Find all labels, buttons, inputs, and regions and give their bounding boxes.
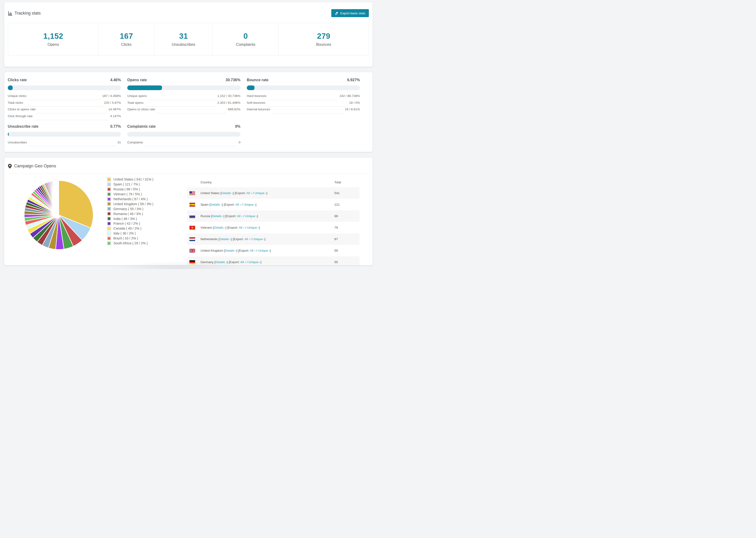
legend-swatch bbox=[107, 241, 111, 245]
legend-label: Germany ( 55 / 3% ) bbox=[113, 207, 143, 211]
rate-progress-fill bbox=[127, 85, 162, 90]
rate-section-bounce-rate: Bounce rate6.927%Hard bounces242 / 86.73… bbox=[247, 78, 360, 121]
flag-gb-icon bbox=[189, 249, 195, 252]
legend-item: India ( 46 / 3% ) bbox=[107, 216, 153, 221]
dotted-leader bbox=[28, 100, 101, 100]
geo-table: Country Total United States [Details ›] … bbox=[187, 177, 359, 265]
legend-swatch bbox=[107, 222, 111, 226]
geo-legend: United States ( 541 / 31% )Spain ( 121 /… bbox=[107, 177, 153, 245]
export-button-label: Export basic stats bbox=[340, 12, 365, 15]
geo-table-row: Spain [Details ›] [Export: All › / Uniqu… bbox=[187, 199, 359, 210]
rate-title: Bounce rate bbox=[247, 78, 268, 82]
rate-row-label: Click through rate bbox=[8, 114, 33, 118]
details-link[interactable]: Details › bbox=[225, 249, 237, 252]
stat-label: Opens bbox=[48, 42, 59, 47]
tracking-stats-title-wrap: Tracking stats bbox=[8, 11, 41, 16]
legend-swatch bbox=[107, 207, 111, 211]
bracket: ] bbox=[264, 237, 265, 241]
rate-row-value: 19 / 6.81% bbox=[345, 108, 360, 111]
rate-row-value: 18 / 0% bbox=[349, 101, 360, 104]
details-link[interactable]: Details › bbox=[215, 260, 227, 264]
export-all-link[interactable]: All › bbox=[237, 214, 242, 218]
export-unique-link[interactable]: Unique › bbox=[245, 214, 257, 218]
export-unique-link[interactable]: Unique › bbox=[247, 226, 259, 229]
legend-label: Italy ( 36 / 2% ) bbox=[113, 232, 136, 235]
rate-value: 6.927% bbox=[347, 78, 360, 82]
export-unique-link[interactable]: Unique › bbox=[252, 237, 264, 241]
stats-summary-box: 1,152Opens167Clicks31Unsubscribes0Compla… bbox=[8, 23, 369, 56]
stat-label: Complaints bbox=[236, 42, 255, 47]
legend-swatch bbox=[107, 192, 111, 196]
export-icon bbox=[335, 12, 338, 15]
legend-swatch bbox=[107, 232, 111, 236]
rate-section-opens-rate: Opens rate30.736%Unique opens1,152 / 30.… bbox=[127, 78, 241, 121]
slash: / bbox=[255, 249, 258, 252]
geo-table-row: Russia [Details ›] [Export: All › / Uniq… bbox=[187, 210, 359, 222]
rate-row-value: 167 / 4.456% bbox=[102, 94, 121, 98]
legend-swatch bbox=[107, 227, 111, 231]
details-link[interactable]: Details › bbox=[219, 237, 231, 241]
export-unique-link[interactable]: Unique › bbox=[254, 191, 266, 195]
geo-table-header-row: Country Total bbox=[187, 177, 359, 187]
export-all-link[interactable]: All › bbox=[250, 249, 255, 252]
stat-label: Unsubscribes bbox=[172, 42, 195, 47]
rate-row: Hard bounces242 / 86.738% bbox=[247, 94, 360, 101]
rate-value: 0% bbox=[235, 125, 241, 129]
export-all-link[interactable]: All › bbox=[246, 191, 252, 195]
export-unique-link[interactable]: Unique › bbox=[258, 249, 270, 252]
export-all-link[interactable]: All › bbox=[239, 226, 244, 229]
legend-item: Vietnam ( 79 / 5% ) bbox=[107, 192, 153, 197]
stat-label: Clicks bbox=[121, 42, 132, 47]
country-cell-td: Netherlands [Details ›] [Export: All › /… bbox=[187, 233, 330, 245]
legend-item: Romania ( 49 / 3% ) bbox=[107, 211, 153, 216]
details-link[interactable]: Details › bbox=[212, 214, 224, 218]
legend-label: Canada ( 40 / 2% ) bbox=[113, 227, 141, 230]
rates-grid: Clicks rate4.46%Unique clicks167 / 4.456… bbox=[4, 72, 373, 153]
export-all-link[interactable]: All › bbox=[244, 237, 250, 241]
stat-value: 279 bbox=[317, 32, 330, 41]
details-link[interactable]: Details › bbox=[214, 226, 226, 229]
rate-row: Unique opens1,152 / 30.736% bbox=[127, 94, 241, 101]
export-all-link[interactable]: All › bbox=[241, 260, 246, 264]
rate-row: Internal bounces19 / 6.81% bbox=[247, 108, 360, 114]
export-unique-link[interactable]: Unique › bbox=[248, 260, 260, 264]
export-label: [Export: bbox=[227, 226, 239, 229]
legend-label: Russia ( 86 / 5% ) bbox=[113, 187, 140, 191]
rate-row: Soft bounces18 / 0% bbox=[247, 101, 360, 108]
geo-table-row: Germany [Details ›] [Export: All › / Uni… bbox=[187, 256, 359, 265]
details-link[interactable]: Details › bbox=[210, 203, 222, 206]
details-link[interactable]: Details › bbox=[221, 191, 233, 195]
rate-row-label: Opens to clicks rate bbox=[127, 108, 155, 111]
legend-item: France ( 42 / 2% ) bbox=[107, 221, 153, 226]
country-cell: Netherlands [Details ›] [Export: All › /… bbox=[187, 233, 330, 245]
country-cell-td: Germany [Details ›] [Export: All › / Uni… bbox=[187, 256, 330, 265]
rate-title: Complaints rate bbox=[127, 125, 156, 129]
export-all-link[interactable]: All › bbox=[236, 203, 241, 206]
rate-rows: Unique clicks167 / 4.456%Total clicks220… bbox=[8, 94, 121, 121]
rate-progress-fill bbox=[8, 132, 9, 136]
rate-progress-track bbox=[247, 85, 360, 90]
export-basic-stats-button[interactable]: Export basic stats bbox=[331, 9, 369, 17]
country-cell-td: United States [Details ›] [Export: All ›… bbox=[187, 187, 330, 199]
rate-row-value: 242 / 86.738% bbox=[340, 94, 360, 98]
export-unique-link[interactable]: Unique › bbox=[243, 203, 255, 206]
export-label: [Export: bbox=[235, 191, 246, 195]
geo-pie-chart bbox=[23, 180, 94, 250]
rate-rows: Complaints0 bbox=[127, 140, 241, 147]
map-pin-icon bbox=[8, 164, 12, 169]
rate-row: Clicks to opens rate14.497% bbox=[8, 108, 121, 114]
bracket: ] bbox=[227, 260, 229, 264]
legend-item: Spain ( 121 / 7% ) bbox=[107, 182, 153, 187]
country-name: Netherlands bbox=[200, 237, 219, 241]
flag-es-icon bbox=[189, 203, 195, 207]
country-name: Spain bbox=[200, 203, 209, 206]
stat-cell-complaints: 0Complaints bbox=[212, 23, 279, 55]
rate-row-label: Unique clicks bbox=[8, 94, 27, 98]
legend-swatch bbox=[107, 178, 111, 182]
dotted-leader bbox=[268, 100, 338, 100]
country-cell: Vietnam [Details ›] [Export: All › / Uni… bbox=[187, 222, 330, 233]
flag-de-icon bbox=[189, 260, 195, 264]
rate-progress-track bbox=[8, 132, 121, 136]
legend-label: South Africa ( 29 / 2% ) bbox=[113, 241, 148, 245]
legend-item: Russia ( 86 / 5% ) bbox=[107, 187, 153, 192]
